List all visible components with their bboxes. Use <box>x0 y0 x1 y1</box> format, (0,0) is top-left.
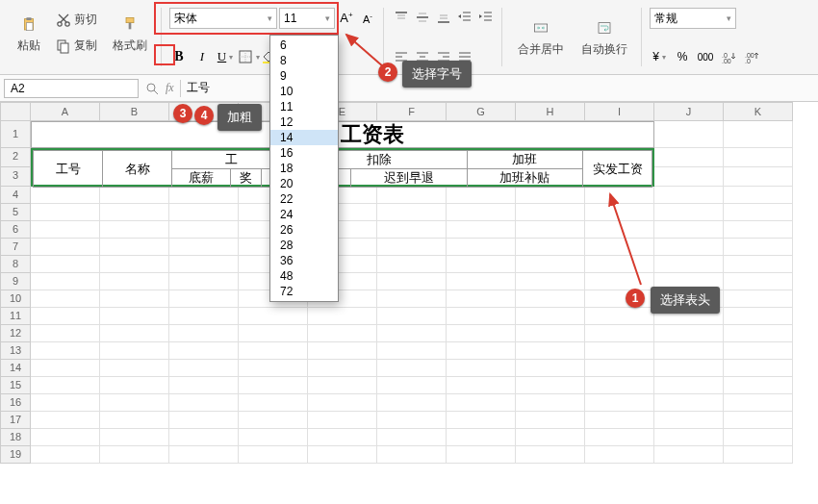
row-header[interactable]: 2 <box>0 148 31 167</box>
underline-button[interactable]: U▾ <box>216 47 235 66</box>
cell[interactable] <box>377 446 447 464</box>
cell[interactable] <box>31 290 100 308</box>
cell[interactable] <box>516 273 585 290</box>
cell[interactable] <box>585 429 654 446</box>
cell[interactable] <box>100 446 169 464</box>
font-size-option[interactable]: 22 <box>270 191 338 207</box>
row-header[interactable]: 10 <box>0 290 31 308</box>
cell[interactable] <box>31 187 100 204</box>
merge-center-button[interactable]: 合并居中 <box>510 14 572 60</box>
cell[interactable] <box>447 239 516 256</box>
header-cell[interactable]: 迟到早退 <box>351 169 467 188</box>
cell[interactable] <box>447 273 516 290</box>
cell[interactable] <box>447 221 516 239</box>
cell[interactable] <box>239 446 308 464</box>
font-size-option[interactable]: 10 <box>270 84 338 99</box>
font-name-combo[interactable]: 宋体 ▾ <box>169 8 277 29</box>
row-header[interactable]: 6 <box>0 221 31 239</box>
col-header[interactable]: G <box>447 102 516 121</box>
cell[interactable] <box>516 429 585 446</box>
cell[interactable] <box>724 377 793 394</box>
cell[interactable] <box>308 394 377 412</box>
cell[interactable] <box>377 221 447 239</box>
header-cell[interactable]: 工号 <box>34 151 103 188</box>
cell[interactable] <box>31 360 100 377</box>
cell[interactable] <box>169 221 239 239</box>
row-header[interactable]: 11 <box>0 308 31 325</box>
row-header[interactable]: 15 <box>0 377 31 394</box>
header-cell[interactable]: 底薪 <box>172 169 231 188</box>
increase-decimal-button[interactable]: .0.00 <box>719 47 738 66</box>
cell[interactable] <box>31 273 100 290</box>
title-cell[interactable]: 扌 工资表 <box>31 121 654 148</box>
cell[interactable] <box>100 187 169 204</box>
cell[interactable] <box>100 221 169 239</box>
row-header[interactable]: 16 <box>0 394 31 412</box>
cell[interactable] <box>239 377 308 394</box>
cell[interactable] <box>516 360 585 377</box>
cell[interactable] <box>377 325 447 342</box>
cell[interactable] <box>377 256 447 273</box>
row-header[interactable]: 1 <box>0 121 31 148</box>
cell[interactable] <box>169 446 239 464</box>
select-all-corner[interactable] <box>0 102 31 121</box>
cell[interactable] <box>447 446 516 464</box>
cell[interactable] <box>724 342 793 360</box>
font-size-option[interactable]: 20 <box>270 176 338 191</box>
font-size-option[interactable]: 48 <box>270 268 338 284</box>
cell[interactable] <box>377 360 447 377</box>
cell[interactable] <box>447 412 516 429</box>
cell[interactable] <box>100 429 169 446</box>
cell[interactable] <box>377 429 447 446</box>
cell[interactable] <box>724 412 793 429</box>
cell[interactable] <box>239 308 308 325</box>
font-size-option[interactable]: 36 <box>270 253 338 268</box>
cell[interactable] <box>169 256 239 273</box>
cell[interactable] <box>100 412 169 429</box>
cell[interactable] <box>516 412 585 429</box>
number-format-combo[interactable]: 常规 ▾ <box>650 8 736 29</box>
header-cell[interactable]: 奖 <box>231 169 262 188</box>
cell[interactable] <box>585 412 654 429</box>
cell[interactable] <box>100 204 169 221</box>
cell[interactable] <box>31 204 100 221</box>
cell[interactable] <box>516 239 585 256</box>
align-top-button[interactable] <box>392 8 411 27</box>
paste-button[interactable]: 粘贴 <box>10 11 48 56</box>
cell[interactable] <box>377 412 447 429</box>
cell[interactable] <box>31 377 100 394</box>
cell[interactable] <box>239 394 308 412</box>
cell[interactable] <box>308 360 377 377</box>
cut-button[interactable]: 剪切 <box>50 8 103 32</box>
cell[interactable] <box>585 446 654 464</box>
cell[interactable] <box>100 377 169 394</box>
cell[interactable] <box>654 342 724 360</box>
col-header[interactable]: J <box>654 102 724 121</box>
cell[interactable] <box>31 325 100 342</box>
cell[interactable] <box>169 239 239 256</box>
cell[interactable] <box>169 187 239 204</box>
percent-button[interactable]: % <box>673 47 692 66</box>
row-header[interactable]: 4 <box>0 187 31 204</box>
cell[interactable] <box>724 325 793 342</box>
cell[interactable] <box>516 446 585 464</box>
bold-button[interactable]: B <box>169 47 189 66</box>
cell[interactable] <box>31 221 100 239</box>
cell[interactable] <box>239 360 308 377</box>
cell[interactable] <box>308 446 377 464</box>
header-selection[interactable]: 工号 名称 工 扣除 加班 实发工资 底薪 奖 绩 请假 迟到早退 加班补贴 <box>31 148 654 187</box>
cell[interactable] <box>516 290 585 308</box>
cell[interactable] <box>585 308 654 325</box>
fx-icon[interactable]: fx <box>166 81 174 95</box>
header-cell[interactable]: 名称 <box>103 151 172 188</box>
cell[interactable] <box>308 308 377 325</box>
comma-button[interactable]: 000 <box>696 47 715 66</box>
row-header[interactable]: 17 <box>0 412 31 429</box>
cell[interactable] <box>724 239 793 256</box>
font-size-combo[interactable]: 11 ▾ <box>279 8 335 29</box>
cell[interactable] <box>447 187 516 204</box>
cell[interactable] <box>100 342 169 360</box>
cell[interactable] <box>31 412 100 429</box>
font-size-option[interactable]: 8 <box>270 53 338 68</box>
font-size-option[interactable]: 16 <box>270 145 338 161</box>
